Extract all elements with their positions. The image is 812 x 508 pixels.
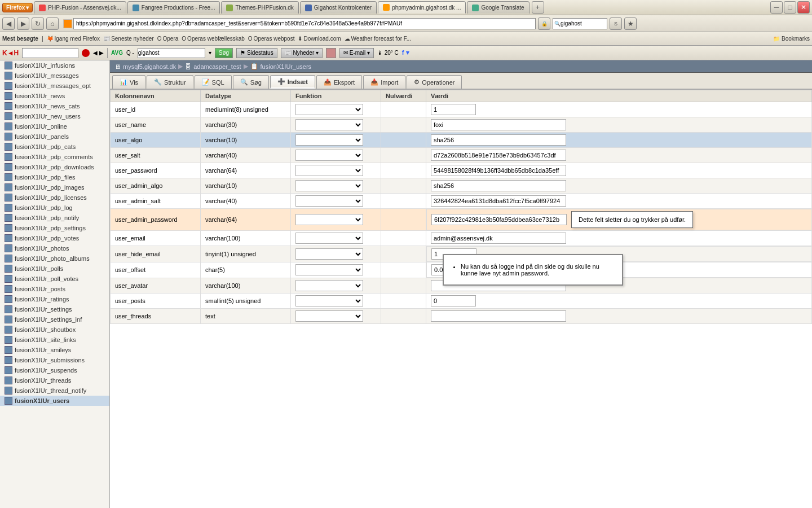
back-button[interactable]: ◀ bbox=[2, 17, 15, 30]
tab-gigahost[interactable]: Gigahost Kontrolcenter bbox=[300, 1, 377, 14]
avg-search-input[interactable] bbox=[138, 48, 205, 58]
func-select-user_posts[interactable] bbox=[295, 295, 363, 306]
value-input-user_posts[interactable] bbox=[431, 295, 476, 306]
value-input-user_email[interactable] bbox=[431, 233, 566, 244]
sidebar-item-25[interactable]: fusionX1IUr_settings_inf bbox=[0, 314, 109, 325]
func-select-user_avatar[interactable] bbox=[295, 280, 363, 291]
func-select-user_algo[interactable] bbox=[295, 134, 363, 146]
func-select-user_hide_email[interactable] bbox=[295, 248, 363, 260]
breadcrumb-server[interactable]: mysql5.gigahost.dk bbox=[123, 63, 176, 70]
tab-googletranslate[interactable]: Google Translate bbox=[467, 1, 529, 14]
minimize-button[interactable]: ─ bbox=[770, 1, 783, 14]
tab-indsaet[interactable]: ➕ Indsæt bbox=[270, 75, 315, 89]
sidestatus-button[interactable]: ⚑ Sidestatus bbox=[236, 48, 277, 58]
func-select-user_offset[interactable] bbox=[295, 264, 363, 275]
bookmark-weather[interactable]: ☁ Weather forecast for F... bbox=[345, 36, 412, 42]
sidebar-item-1[interactable]: fusionX1IUr_messages bbox=[0, 71, 109, 81]
forward-button[interactable]: ▶ bbox=[17, 17, 29, 30]
sidebar-item-0[interactable]: fusionX1IUr_infusions bbox=[0, 60, 109, 71]
sidebar-item-33[interactable]: fusionX1IUr_users bbox=[0, 396, 109, 406]
sidebar-item-23[interactable]: fusionX1IUr_ratings bbox=[0, 294, 109, 304]
tab-phpmyadmin[interactable]: phpmyadmin.gigahost.dk ... bbox=[378, 1, 466, 14]
sidebar-item-8[interactable]: fusionX1IUr_pdp_cats bbox=[0, 142, 109, 152]
tab-vis[interactable]: 📊 Vis bbox=[112, 75, 145, 89]
value-input-user_id[interactable] bbox=[431, 104, 476, 115]
sidebar-item-29[interactable]: fusionX1IUr_submissions bbox=[0, 355, 109, 365]
func-select-user_admin_password[interactable] bbox=[295, 214, 363, 225]
sidebar-item-27[interactable]: fusionX1IUr_site_links bbox=[0, 335, 109, 345]
tab-sql[interactable]: 📝 SQL bbox=[195, 75, 232, 89]
sidebar-item-30[interactable]: fusionX1IUr_suspends bbox=[0, 365, 109, 375]
new-tab-button[interactable]: + bbox=[532, 1, 544, 14]
sidebar-item-10[interactable]: fusionX1IUr_pdp_downloads bbox=[0, 162, 109, 172]
browser-search-input[interactable] bbox=[561, 20, 606, 27]
func-select-user_threads[interactable] bbox=[295, 310, 363, 322]
bookmark-operas-web[interactable]: O Operas webfællesskab bbox=[182, 36, 245, 42]
sidebar-item-2[interactable]: fusionX1IUr_messages_opt bbox=[0, 81, 109, 91]
value-input-user_threads[interactable] bbox=[431, 310, 566, 322]
sidebar-item-31[interactable]: fusionX1IUr_threads bbox=[0, 375, 109, 386]
sidebar-item-12[interactable]: fusionX1IUr_pdp_images bbox=[0, 182, 109, 192]
tab-themes[interactable]: Themes-PHPFusion.dk bbox=[221, 1, 298, 14]
func-select-user_admin_algo[interactable] bbox=[295, 180, 363, 191]
tab-fangree[interactable]: Fangree Productions - Free... bbox=[127, 1, 220, 14]
sidebar-item-4[interactable]: fusionX1IUr_news_cats bbox=[0, 101, 109, 111]
nyheder-button[interactable]: 📰 Nyheder ▾ bbox=[281, 48, 323, 58]
sidebar-item-22[interactable]: fusionX1IUr_posts bbox=[0, 284, 109, 294]
firefox-button[interactable]: Firefox ▾ bbox=[2, 3, 33, 12]
bookmark-seneste[interactable]: 📰 Seneste nyheder bbox=[103, 36, 154, 42]
tab-phpfusion[interactable]: PHP-Fusion - Assensvej.dk... bbox=[34, 1, 126, 14]
sidebar-item-16[interactable]: fusionX1IUr_pdp_settings bbox=[0, 223, 109, 233]
bookmark-firefox[interactable]: 🦊 Igang med Firefox bbox=[47, 36, 100, 42]
sidebar-item-28[interactable]: fusionX1IUr_smileys bbox=[0, 345, 109, 355]
sidebar-item-7[interactable]: fusionX1IUr_panels bbox=[0, 132, 109, 142]
bookmark-opera[interactable]: O Opera bbox=[157, 36, 179, 42]
sidebar-item-11[interactable]: fusionX1IUr_pdp_files bbox=[0, 172, 109, 182]
sidebar-item-13[interactable]: fusionX1IUr_pdp_licenses bbox=[0, 192, 109, 203]
sidebar-item-6[interactable]: fusionX1IUr_online bbox=[0, 121, 109, 132]
tab-struktur[interactable]: 🔧 Struktur bbox=[147, 75, 193, 89]
sidebar-item-26[interactable]: fusionX1IUr_shoutbox bbox=[0, 325, 109, 335]
email-button[interactable]: ✉ E-mail ▾ bbox=[339, 48, 374, 58]
bookmark-folder[interactable]: 📁 Bookmarks bbox=[773, 36, 810, 42]
sidebar-item-15[interactable]: fusionX1IUr_pdp_notify bbox=[0, 213, 109, 223]
sidebar-item-19[interactable]: fusionX1IUr_photo_albums bbox=[0, 253, 109, 264]
sidebar-item-14[interactable]: fusionX1IUr_pdp_log bbox=[0, 203, 109, 213]
maximize-button[interactable]: □ bbox=[784, 1, 796, 14]
breadcrumb-table[interactable]: fusionX1IUr_users bbox=[261, 63, 312, 70]
sidebar-item-18[interactable]: fusionX1IUr_photos bbox=[0, 243, 109, 253]
value-input-user_admin_algo[interactable] bbox=[431, 180, 566, 191]
tab-operationer[interactable]: ⚙ Operationer bbox=[407, 75, 462, 89]
bookmark-download[interactable]: ⬇ Download.com bbox=[298, 36, 341, 42]
breadcrumb-database[interactable]: adamcasper_test bbox=[193, 63, 241, 70]
value-input-user_algo[interactable] bbox=[431, 134, 566, 146]
sidebar-item-24[interactable]: fusionX1IUr_settings bbox=[0, 304, 109, 314]
sidebar-item-17[interactable]: fusionX1IUr_pdp_votes bbox=[0, 233, 109, 243]
func-select-user_name[interactable] bbox=[295, 119, 363, 130]
sidebar-item-20[interactable]: fusionX1IUr_polls bbox=[0, 264, 109, 274]
sidebar-item-21[interactable]: fusionX1IUr_poll_votes bbox=[0, 274, 109, 284]
func-select-user_admin_salt[interactable] bbox=[295, 195, 363, 207]
kch-input[interactable] bbox=[22, 48, 78, 58]
func-select-user_salt[interactable] bbox=[295, 150, 363, 161]
value-input-user_name[interactable] bbox=[431, 119, 566, 130]
tab-eksport[interactable]: 📤 Eksport bbox=[316, 75, 362, 89]
address-bar[interactable] bbox=[73, 18, 536, 29]
sidebar-item-3[interactable]: fusionX1IUr_news bbox=[0, 91, 109, 101]
tab-soeg[interactable]: 🔍 Søg bbox=[233, 75, 269, 89]
func-select-user_email[interactable] bbox=[295, 233, 363, 244]
tab-import[interactable]: 📥 Import bbox=[363, 75, 405, 89]
bookmark-star[interactable]: ★ bbox=[624, 17, 637, 30]
func-select-user_password[interactable] bbox=[295, 165, 363, 176]
value-input-user_admin_password[interactable] bbox=[431, 214, 567, 225]
bookmark-operas-post[interactable]: O Operas webpost bbox=[248, 36, 295, 42]
search-button[interactable]: Søg bbox=[215, 48, 233, 58]
value-input-user_admin_salt[interactable] bbox=[431, 195, 566, 207]
value-input-user_password[interactable] bbox=[431, 165, 566, 176]
sidebar-item-5[interactable]: fusionX1IUr_new_users bbox=[0, 111, 109, 121]
sidebar-item-32[interactable]: fusionX1IUr_thread_notify bbox=[0, 386, 109, 396]
home-button[interactable]: ⌂ bbox=[46, 17, 59, 30]
close-button[interactable]: ✕ bbox=[797, 1, 810, 14]
value-input-user_salt[interactable] bbox=[431, 150, 566, 161]
sidebar-item-9[interactable]: fusionX1IUr_pdp_comments bbox=[0, 152, 109, 162]
